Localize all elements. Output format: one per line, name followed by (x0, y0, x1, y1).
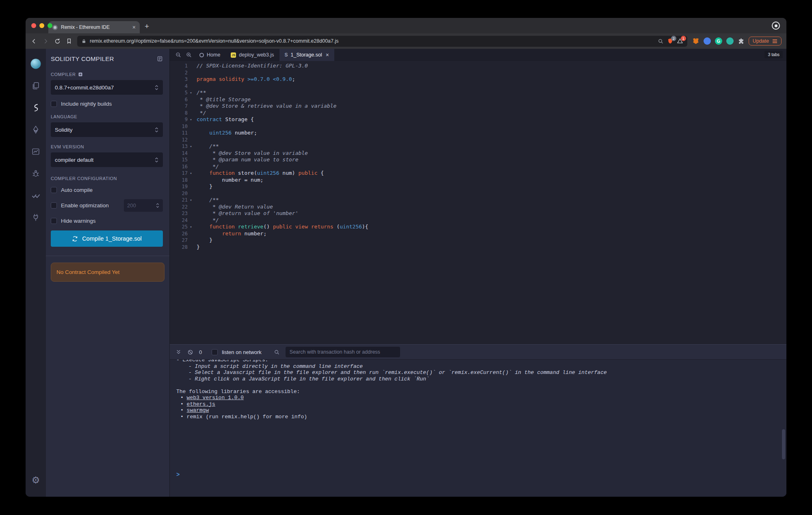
listen-network-checkbox[interactable] (212, 349, 218, 355)
code-line[interactable]: 18 number = num; (170, 177, 786, 184)
metamask-icon[interactable] (692, 37, 699, 45)
code-line[interactable]: 26 return number; (170, 230, 786, 237)
optimization-runs-input[interactable]: 200 (124, 199, 163, 212)
code-line[interactable]: 12 (170, 137, 786, 143)
zoom-out-icon[interactable] (175, 52, 182, 58)
lock-icon (81, 39, 87, 44)
close-window-button[interactable] (31, 23, 36, 28)
terminal-link-line[interactable]: • web3 version 1.0.0 (176, 395, 786, 401)
code-line[interactable]: 16 */ (170, 163, 786, 170)
code-line[interactable]: 3pragma solidity >=0.7.0 <0.9.0; (170, 76, 786, 83)
code-line[interactable]: 10 (170, 123, 786, 130)
zoom-in-icon[interactable] (186, 52, 192, 58)
code-line[interactable]: 20 (170, 190, 786, 197)
file-explorer-icon[interactable] (26, 75, 46, 97)
remix-logo[interactable] (26, 53, 46, 75)
new-tab-button[interactable]: + (145, 22, 149, 31)
auto-compile-checkbox[interactable] (51, 187, 57, 193)
code-line[interactable]: 1// SPDX-License-Identifier: GPL-3.0 (170, 63, 786, 70)
zoom-page-icon[interactable] (658, 38, 664, 44)
fold-arrow-icon[interactable]: ▾ (188, 89, 194, 96)
code-line[interactable]: 4 (170, 83, 786, 90)
language-select[interactable]: Solidity (51, 122, 163, 137)
zoom-window-button[interactable] (48, 23, 52, 28)
browser-profile-icon[interactable] (772, 22, 780, 30)
reload-icon[interactable] (54, 38, 61, 45)
code-line[interactable]: 23 * @return value of 'number' (170, 210, 786, 217)
tab-storage-sol[interactable]: S 1_Storage.sol × (279, 49, 334, 61)
terminal-scrollbar[interactable] (782, 429, 785, 459)
terminal-expand-icon[interactable] (175, 349, 182, 355)
code-editor[interactable]: 1// SPDX-License-Identifier: GPL-3.023pr… (170, 61, 786, 344)
code-line[interactable]: 27 } (170, 237, 786, 244)
tabs-count-badge[interactable]: 3 tabs (764, 51, 783, 58)
evm-version-select[interactable]: compiler default (51, 152, 163, 167)
minimize-window-button[interactable] (39, 23, 44, 28)
add-compiler-icon[interactable] (78, 72, 83, 77)
fold-arrow-icon[interactable]: ▾ (188, 116, 194, 123)
terminal-line: - Input a script directly in the command… (176, 363, 786, 370)
forward-icon[interactable] (42, 38, 49, 45)
compiler-select[interactable]: 0.8.7+commit.e28d00a7 (51, 80, 163, 95)
code-line[interactable]: 21▾ /** (170, 197, 786, 204)
fold-arrow-icon[interactable]: ▾ (188, 143, 194, 150)
code-line[interactable]: 22 * @dev Return value (170, 204, 786, 211)
code-line[interactable]: 8 */ (170, 110, 786, 117)
brave-rewards-icon[interactable]: 1 (677, 38, 683, 44)
back-icon[interactable] (30, 38, 37, 45)
bookmark-icon[interactable] (66, 38, 72, 44)
extensions-puzzle-icon[interactable] (738, 38, 745, 45)
clear-console-icon[interactable] (187, 349, 193, 355)
code-line[interactable]: 24 */ (170, 217, 786, 224)
code-line[interactable]: 19 } (170, 183, 786, 190)
code-line[interactable]: 9▾contract Storage { (170, 116, 786, 123)
code-line[interactable]: 5▾/** (170, 89, 786, 96)
terminal-body[interactable]: - Execute JavaScript Scripts:- Input a s… (170, 360, 786, 497)
fold-arrow-icon[interactable]: ▾ (188, 197, 194, 204)
side-panel: SOLIDITY COMPILER COMPILER 0.8.7+commit.… (46, 49, 170, 497)
tab-home[interactable]: Home (194, 49, 225, 61)
terminal-line: • remix (run remix.help() for more info) (176, 414, 786, 420)
terminal-link-line[interactable]: • ethers.js (176, 401, 786, 408)
solidity-compiler-icon[interactable] (26, 97, 46, 119)
terminal-line: - Right click on a JavaScript file in th… (176, 376, 786, 382)
nightly-checkbox[interactable] (51, 101, 57, 107)
no-contract-alert: No Contract Compiled Yet (51, 263, 165, 282)
enable-optimization-checkbox[interactable] (51, 202, 57, 209)
fold-arrow-icon[interactable]: ▾ (188, 170, 194, 177)
update-button[interactable]: Update (749, 37, 782, 46)
code-line[interactable]: 14 * @dev Store value in variable (170, 150, 786, 157)
code-line[interactable]: 2 (170, 70, 786, 76)
grammarly-icon[interactable]: G (715, 37, 722, 45)
code-line[interactable]: 25▾ function retrieve() public view retu… (170, 224, 786, 230)
settings-gear-icon[interactable]: ⚙ (26, 469, 46, 491)
extension-blue-icon[interactable] (704, 37, 711, 45)
plugin-manager-icon[interactable] (26, 206, 46, 228)
tab-close-icon[interactable]: × (326, 52, 329, 58)
brave-shield-icon[interactable]: 2 (667, 38, 673, 44)
code-line[interactable]: 11 uint256 number; (170, 130, 786, 137)
extension-teal-icon[interactable] (726, 37, 734, 45)
debugger-icon[interactable] (26, 163, 46, 185)
publish-icon[interactable] (157, 56, 163, 62)
code-line[interactable]: 6 * @title Storage (170, 96, 786, 103)
browser-tab[interactable]: Remix - Ethereum IDE × (48, 21, 140, 33)
static-analysis-icon[interactable] (26, 185, 46, 206)
url-bar[interactable]: remix.ethereum.org/#optimize=false&runs=… (77, 36, 687, 47)
hide-warnings-checkbox[interactable] (51, 218, 57, 224)
deploy-run-icon[interactable] (26, 119, 46, 141)
code-line[interactable]: 28} (170, 244, 786, 251)
fold-arrow-icon[interactable]: ▾ (188, 224, 194, 230)
compile-button[interactable]: Compile 1_Storage.sol (51, 230, 163, 247)
tab-close-icon[interactable]: × (132, 24, 136, 30)
code-line[interactable]: 13▾ /** (170, 143, 786, 150)
code-line[interactable]: 15 * @param num value to store (170, 156, 786, 163)
analytics-icon[interactable] (26, 141, 46, 163)
terminal-prompt[interactable]: > (176, 472, 180, 478)
code-line[interactable]: 7 * @dev Store & retrieve value in a var… (170, 103, 786, 110)
terminal-search-input[interactable] (286, 347, 400, 357)
fold-spacer (188, 163, 194, 170)
code-line[interactable]: 17▾ function store(uint256 num) public { (170, 170, 786, 177)
tab-deploy-web3[interactable]: JS deploy_web3.js (225, 49, 279, 61)
terminal-link-line[interactable]: • swarmgw (176, 407, 786, 414)
